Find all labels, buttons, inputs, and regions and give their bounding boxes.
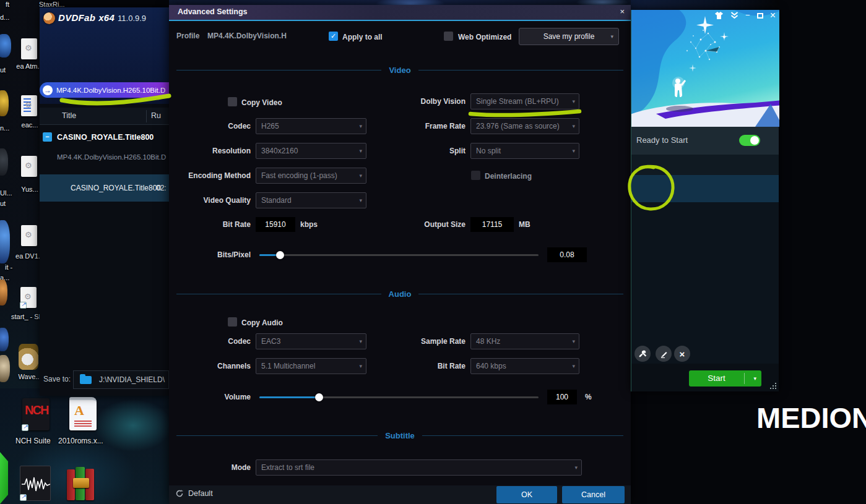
desktop-icon[interactable] xyxy=(0,328,9,351)
video-quality-label: Video Quality xyxy=(169,192,251,208)
bits-pixel-slider[interactable] xyxy=(259,254,539,256)
title-actions-row[interactable]: × xyxy=(631,175,779,202)
maximize-icon[interactable] xyxy=(757,13,763,19)
dvdfab-main-window-right: − × Ready to Start × Start xyxy=(631,10,779,391)
column-title[interactable]: Title xyxy=(62,111,76,120)
desktop-icon-nch-suite[interactable]: NCH xyxy=(22,398,50,430)
channels-label: Channels xyxy=(169,358,251,374)
settings-wrench-icon[interactable] xyxy=(634,346,651,362)
desktop-icon[interactable] xyxy=(0,220,10,263)
desktop-icon-label[interactable]: ft xyxy=(6,1,9,8)
volume-slider[interactable] xyxy=(259,396,539,398)
bit-rate-input[interactable]: 15910 xyxy=(256,217,295,232)
desktop-icon-winrar[interactable] xyxy=(66,467,97,501)
dialog-titlebar[interactable]: Advanced Settings × xyxy=(169,5,631,20)
desktop-icon-label[interactable]: n... xyxy=(0,124,9,132)
desktop-icon-label[interactable]: NCH Suite xyxy=(15,437,51,445)
chevron-down-icon: ▾ xyxy=(572,94,575,109)
chevron-down-icon: ▾ xyxy=(572,119,575,134)
codec-dropdown[interactable]: H265▾ xyxy=(256,118,366,134)
dvdfab-monkey-icon xyxy=(43,12,55,24)
subtitle-mode-dropdown[interactable]: Extract to srt file▾ xyxy=(256,459,582,476)
audio-codec-dropdown[interactable]: EAC3▾ xyxy=(256,333,366,349)
chevron-down-icon: ▾ xyxy=(572,143,575,158)
desktop-icon[interactable] xyxy=(0,355,10,382)
save-to-selector[interactable]: J:\NVIDIA_SHIELD\ xyxy=(73,370,169,389)
column-runtime[interactable]: Ru xyxy=(151,111,161,120)
frame-rate-dropdown[interactable]: 23.976 (Same as source)▾ xyxy=(470,118,579,134)
title-list-header: Title Ru xyxy=(40,108,169,125)
desktop-icon-label[interactable]: ut xyxy=(0,66,6,74)
audio-bit-rate-dropdown[interactable]: 640 kbps▾ xyxy=(470,358,579,374)
desktop-icon-sound-editor[interactable] xyxy=(20,466,51,501)
close-icon[interactable]: × xyxy=(620,7,625,16)
desktop-icon-document[interactable] xyxy=(21,225,37,246)
desktop-icon[interactable] xyxy=(0,90,9,116)
frame-rate-label: Frame Rate xyxy=(355,118,465,134)
ok-button[interactable]: OK xyxy=(496,486,557,503)
video-section-header: Video xyxy=(176,66,623,75)
app-version: 11.0.9.9 xyxy=(118,14,146,23)
desktop-icon[interactable] xyxy=(0,148,8,176)
default-button[interactable]: Default xyxy=(175,489,213,498)
group-checkbox[interactable]: − xyxy=(43,132,52,142)
profile-selector-button[interactable]: → MP4.4K.DolbyVision.H265.10Bit.D xyxy=(40,82,169,98)
output-size-input[interactable]: 17115 xyxy=(470,217,514,232)
desktop-icon-document[interactable] xyxy=(21,156,37,177)
minimize-icon[interactable]: − xyxy=(745,10,750,22)
desktop-icon[interactable] xyxy=(0,280,7,305)
desktop-icon-label[interactable]: 2010roms.x... xyxy=(58,437,103,445)
channels-dropdown[interactable]: 5.1 Multichannel▾ xyxy=(256,358,366,374)
reset-icon xyxy=(175,489,184,498)
chevron-down-icon: ▾ xyxy=(572,334,575,349)
sample-rate-dropdown[interactable]: 48 KHz▾ xyxy=(470,333,579,349)
close-icon[interactable]: × xyxy=(770,10,776,22)
desktop-icon-label[interactable]: it - xyxy=(5,263,12,271)
save-to-row: Save to: J:\NVIDIA_SHIELD\ xyxy=(40,370,169,390)
dvdfab-logo: DVDFab x64 11.0.9.9 xyxy=(43,12,146,24)
resolution-label: Resolution xyxy=(169,143,251,159)
enable-toggle[interactable] xyxy=(739,135,760,146)
desktop-icon-shortcut[interactable] xyxy=(20,287,37,308)
group-title: CASINO_ROYALE.Title800 xyxy=(57,133,154,142)
encoding-method-dropdown[interactable]: Fast encoding (1-pass)▾ xyxy=(256,168,366,184)
web-optimized-checkbox[interactable] xyxy=(444,32,453,41)
resolution-dropdown[interactable]: 3840x2160▾ xyxy=(256,143,366,159)
bits-pixel-slider-thumb[interactable] xyxy=(276,251,284,259)
encoding-method-label: Encoding Method xyxy=(169,168,251,184)
cancel-button[interactable]: Cancel xyxy=(562,486,625,503)
desktop-icon[interactable] xyxy=(0,34,11,58)
volume-value[interactable]: 100 xyxy=(547,390,577,404)
bits-pixel-value[interactable]: 0.08 xyxy=(547,247,587,262)
bottom-bar: Start ▾ xyxy=(631,364,779,391)
title-group-row[interactable]: − CASINO_ROYALE.Title800 xyxy=(40,130,169,147)
subtitle-mode-label: Mode xyxy=(169,459,251,476)
save-my-profile-button[interactable]: Save my profile ▾ xyxy=(519,28,619,45)
copy-audio-checkbox[interactable] xyxy=(228,317,237,327)
video-quality-dropdown[interactable]: Standard▾ xyxy=(256,192,366,208)
web-optimized-label: Web Optimized xyxy=(458,33,511,41)
start-button[interactable]: Start ▾ xyxy=(689,370,761,387)
chevron-down-icon: ▾ xyxy=(610,28,613,45)
deinterlacing-checkbox[interactable] xyxy=(471,171,480,180)
collapse-icon[interactable] xyxy=(730,11,738,20)
dolby-vision-dropdown[interactable]: Single Stream (BL+RPU)▾ xyxy=(470,93,579,109)
volume-slider-thumb[interactable] xyxy=(315,393,323,401)
desktop-icon-2010roms[interactable]: A xyxy=(69,397,97,430)
resize-grip[interactable] xyxy=(769,382,777,390)
remove-x-icon[interactable]: × xyxy=(674,346,690,362)
edit-pencil-icon[interactable] xyxy=(656,346,672,362)
apply-to-all-checkbox[interactable]: ✓ xyxy=(329,32,338,41)
desktop-icon-document[interactable] xyxy=(21,38,37,59)
theme-icon[interactable] xyxy=(714,11,724,20)
volume-label: Volume xyxy=(169,390,251,404)
desktop-icon-label[interactable]: d... xyxy=(0,14,9,21)
apply-to-all-label: Apply to all xyxy=(342,33,383,41)
title-row-selected[interactable]: CASINO_ROYALE.Title800 02: xyxy=(40,174,169,202)
desktop-icon-document[interactable] xyxy=(21,95,37,116)
desktop-icon-label[interactable]: ut xyxy=(0,200,6,207)
desktop-icon-wavepad[interactable] xyxy=(19,344,38,370)
preview-illustration: − × xyxy=(631,10,779,127)
split-dropdown[interactable]: No split▾ xyxy=(470,143,579,159)
group-profile-label: MP4.4K.DolbyVision.H265.10Bit.D xyxy=(57,153,166,161)
